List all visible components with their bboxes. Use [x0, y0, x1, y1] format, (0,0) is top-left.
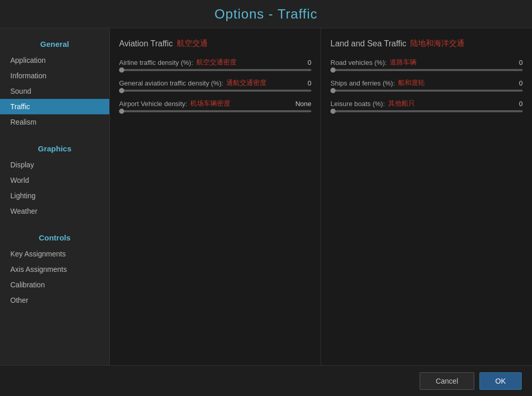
setting-row-2: Airport Vehicle density:机场车辆密度None: [119, 99, 311, 112]
main-layout: GeneralApplicationInformationSoundTraffi…: [0, 28, 532, 365]
land-sea-panel-title: Land and Sea Traffic 陆地和海洋交通: [330, 39, 523, 48]
sidebar-item-key-assignments[interactable]: Key Assignments: [0, 246, 109, 262]
setting-value-0: 0: [296, 59, 311, 66]
setting-label-text-1: General aviation traffic density (%):通航交…: [119, 78, 267, 88]
setting-label-cn-0: 航空交通密度: [196, 58, 237, 67]
sidebar-group-graphics: Graphics: [0, 138, 109, 157]
page-title: Options - Traffic: [214, 6, 318, 22]
land-sea-title-en: Land and Sea Traffic: [330, 39, 406, 48]
sidebar-spacer: [0, 130, 109, 138]
sidebar: GeneralApplicationInformationSoundTraffi…: [0, 28, 110, 365]
aviation-title-cn: 航空交通: [177, 39, 208, 48]
setting-label-2: Leisure boats (%):其他船只0: [330, 99, 523, 108]
setting-value-2: 0: [507, 100, 523, 108]
setting-label-cn-1: 通航交通密度: [226, 78, 267, 88]
setting-label-cn-2: 机场车辆密度: [190, 99, 230, 108]
sidebar-item-other[interactable]: Other: [0, 292, 109, 308]
slider-track-2[interactable]: [330, 110, 523, 112]
slider-track-2[interactable]: [119, 110, 311, 112]
setting-label-2: Airport Vehicle density:机场车辆密度None: [119, 99, 311, 108]
slider-track-0[interactable]: [119, 69, 311, 71]
aviation-title-en: Aviation Traffic: [119, 39, 173, 48]
slider-thumb-0[interactable]: [119, 67, 124, 73]
setting-label-text-0: Airline traffic density (%):航空交通密度: [119, 58, 237, 67]
land-sea-title-cn: 陆地和海洋交通: [410, 39, 464, 48]
setting-label-en-1: Ships and ferries (%):: [330, 79, 395, 87]
setting-label-1: General aviation traffic density (%):通航交…: [119, 78, 311, 88]
slider-thumb-1[interactable]: [119, 88, 124, 93]
setting-row-0: Road vehicles (%):道路车辆0: [330, 58, 523, 71]
setting-label-text-2: Leisure boats (%):其他船只: [330, 99, 415, 108]
land-sea-panel: Land and Sea Traffic 陆地和海洋交通 Road vehicl…: [321, 28, 532, 365]
setting-label-en-2: Leisure boats (%):: [330, 100, 385, 108]
setting-label-text-2: Airport Vehicle density:机场车辆密度: [119, 99, 230, 108]
slider-thumb-2[interactable]: [330, 109, 336, 114]
sidebar-item-lighting[interactable]: Lighting: [0, 188, 109, 203]
sidebar-item-sound[interactable]: Sound: [0, 83, 109, 99]
sidebar-item-weather[interactable]: Weather: [0, 203, 109, 219]
setting-row-1: Ships and ferries (%):船和渡轮0: [330, 78, 523, 92]
sidebar-item-information[interactable]: Information: [0, 68, 109, 83]
slider-track-0[interactable]: [330, 69, 523, 71]
setting-label-cn-2: 其他船只: [388, 99, 415, 108]
sidebar-spacer: [0, 219, 109, 227]
sidebar-item-traffic[interactable]: Traffic: [0, 99, 109, 114]
land-sea-settings: Road vehicles (%):道路车辆0Ships and ferries…: [330, 58, 523, 112]
cancel-button[interactable]: Cancel: [420, 372, 474, 390]
ok-button[interactable]: OK: [479, 372, 522, 390]
slider-track-1[interactable]: [119, 90, 311, 92]
aviation-panel-title: Aviation Traffic 航空交通: [119, 39, 311, 48]
setting-row-1: General aviation traffic density (%):通航交…: [119, 78, 311, 92]
setting-label-text-1: Ships and ferries (%):船和渡轮: [330, 78, 425, 88]
sidebar-group-controls: Controls: [0, 227, 109, 246]
slider-thumb-2[interactable]: [119, 109, 124, 114]
setting-label-cn-0: 道路车辆: [390, 58, 417, 67]
setting-value-2: None: [295, 100, 311, 108]
setting-value-1: 0: [296, 79, 311, 87]
slider-track-1[interactable]: [330, 90, 523, 92]
content-area: Aviation Traffic 航空交通 Airline traffic de…: [110, 28, 532, 365]
setting-label-en-2: Airport Vehicle density:: [119, 100, 187, 108]
setting-label-cn-1: 船和渡轮: [398, 78, 425, 88]
sidebar-item-axis-assignments[interactable]: Axis Assignments: [0, 262, 109, 277]
aviation-settings: Airline traffic density (%):航空交通密度0Gener…: [119, 58, 311, 112]
sidebar-item-application[interactable]: Application: [0, 53, 109, 68]
sidebar-item-world[interactable]: World: [0, 173, 109, 188]
setting-label-text-0: Road vehicles (%):道路车辆: [330, 58, 417, 67]
setting-label-en-1: General aviation traffic density (%):: [119, 79, 223, 87]
sidebar-item-calibration[interactable]: Calibration: [0, 277, 109, 292]
setting-label-en-0: Road vehicles (%):: [330, 59, 387, 66]
setting-label-1: Ships and ferries (%):船和渡轮0: [330, 78, 523, 88]
sidebar-group-general: General: [0, 33, 109, 53]
aviation-panel: Aviation Traffic 航空交通 Airline traffic de…: [110, 28, 321, 365]
sidebar-item-realism[interactable]: Realism: [0, 114, 109, 130]
setting-value-1: 0: [507, 79, 523, 87]
slider-thumb-0[interactable]: [330, 67, 336, 73]
setting-value-0: 0: [507, 59, 523, 66]
bottom-bar: Cancel OK: [0, 365, 532, 396]
slider-thumb-1[interactable]: [330, 88, 336, 93]
setting-label-en-0: Airline traffic density (%):: [119, 59, 193, 66]
setting-row-2: Leisure boats (%):其他船只0: [330, 99, 523, 112]
setting-label-0: Airline traffic density (%):航空交通密度0: [119, 58, 311, 67]
setting-row-0: Airline traffic density (%):航空交通密度0: [119, 58, 311, 71]
sidebar-item-display[interactable]: Display: [0, 157, 109, 173]
setting-label-0: Road vehicles (%):道路车辆0: [330, 58, 523, 67]
title-bar: Options - Traffic: [0, 0, 532, 28]
